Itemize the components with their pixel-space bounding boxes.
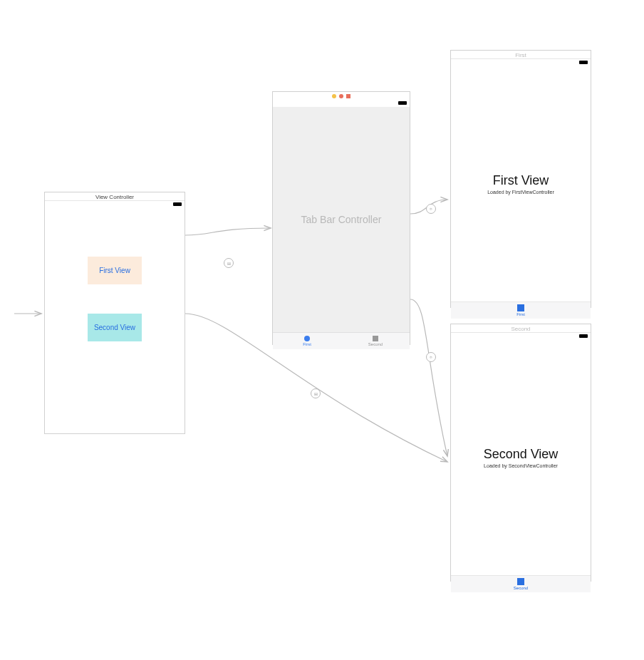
first-view-button[interactable]: First View [88, 257, 142, 284]
status-bar [273, 100, 410, 107]
battery-icon [579, 61, 588, 64]
battery-icon [173, 202, 182, 206]
square-icon [373, 336, 378, 341]
scene-view-controller[interactable]: View Controller First View Second View [44, 192, 185, 434]
bottom-tab-second[interactable]: Second [451, 575, 591, 592]
circle-icon [304, 336, 310, 341]
scene-title: View Controller [45, 192, 185, 201]
tab-bar-body: Tab Bar Controller [273, 107, 410, 332]
scene-second[interactable]: Second Second View Loaded by SecondViewC… [450, 324, 591, 582]
status-bar [45, 201, 185, 208]
tab-bar-body-label: Tab Bar Controller [301, 214, 382, 225]
battery-icon [398, 101, 407, 105]
tab-label: Second [514, 586, 528, 590]
segue-badge-present[interactable]: ⊞ [224, 258, 234, 268]
second-view-content: Second View Loaded by SecondViewControll… [451, 340, 591, 575]
battery-icon [579, 334, 588, 338]
first-view-content: First View Loaded by FirstViewController [451, 66, 591, 301]
segue-badge-relationship-second[interactable]: ⌾ [426, 352, 436, 362]
tab-bar-item-second[interactable]: Second [341, 333, 410, 349]
second-view-button[interactable]: Second View [88, 314, 142, 341]
second-view-subtitle: Loaded by SecondViewController [484, 463, 558, 468]
tab-icon [517, 578, 524, 585]
first-view-title: First View [493, 173, 549, 188]
scene-title: Second [451, 324, 591, 333]
traffic-light-red-icon [339, 94, 343, 98]
bottom-tab-first[interactable]: First [451, 301, 591, 319]
tab-bar-item-label: First [303, 342, 311, 346]
status-bar [451, 333, 591, 340]
traffic-light-square-icon [346, 94, 350, 98]
first-view-subtitle: Loaded by FirstViewController [487, 190, 554, 195]
segue-badge-relationship-first[interactable]: ⌾ [426, 204, 436, 214]
segue-badge-present-second[interactable]: ⊞ [311, 388, 321, 398]
scene-tab-bar-controller[interactable]: Tab Bar Controller First Second [272, 91, 410, 345]
tab-bar-item-first[interactable]: First [273, 333, 341, 349]
tab-bar: First Second [273, 332, 410, 349]
scene-title: First [451, 51, 591, 59]
window-chrome [273, 92, 410, 100]
tab-icon [517, 304, 524, 311]
traffic-light-yellow-icon [332, 94, 336, 98]
scene-first[interactable]: First First View Loaded by FirstViewCont… [450, 50, 591, 308]
status-bar [451, 59, 591, 66]
tab-bar-item-label: Second [368, 342, 383, 346]
tab-label: First [516, 312, 525, 316]
second-view-title: Second View [484, 447, 559, 462]
